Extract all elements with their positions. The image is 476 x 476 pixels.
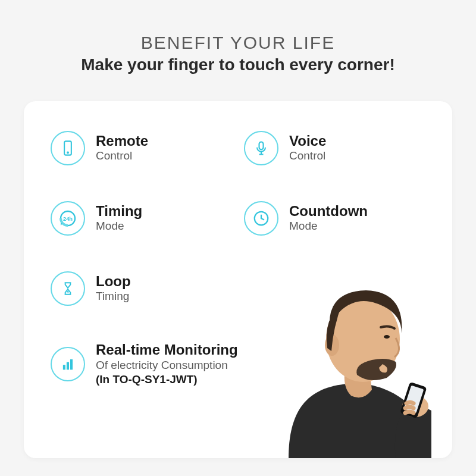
phone-icon [51,131,85,165]
feature-text: Loop Timing [96,273,131,304]
feature-timing: 24h Timing Mode [51,201,232,236]
feature-subtitle: Mode [289,219,368,234]
feature-note: (In TO-Q-SY1-JWT) [96,372,238,387]
features-grid: Remote Control Voice Control 24h Timing … [51,131,425,387]
bar-chart-icon [51,347,85,381]
feature-text: Real-time Monitoring Of electricity Cons… [96,342,238,387]
feature-title: Countdown [289,203,368,220]
feature-text: Remote Control [96,133,148,164]
feature-text: Timing Mode [96,203,142,234]
feature-voice: Voice Control [244,131,425,165]
svg-rect-8 [63,365,65,370]
features-card: Remote Control Voice Control 24h Timing … [24,101,452,458]
feature-loop: Loop Timing [51,271,232,306]
page-title: BENEFIT YOUR LIFE [24,33,452,53]
feature-countdown: Countdown Mode [244,201,425,236]
feature-title: Loop [96,273,131,290]
svg-rect-10 [70,359,73,370]
feature-subtitle: Control [96,149,148,164]
page-subtitle: Make your finger to touch every corner! [24,55,452,74]
feature-title: Timing [96,203,142,220]
feature-subtitle: Control [289,149,326,164]
feature-text: Voice Control [289,133,326,164]
feature-title: Remote [96,133,148,149]
svg-point-1 [67,152,68,154]
feature-monitoring: Real-time Monitoring Of electricity Cons… [51,342,425,387]
svg-rect-2 [259,142,264,150]
feature-title: Real-time Monitoring [96,342,238,358]
svg-rect-17 [403,386,424,414]
svg-point-15 [402,396,428,417]
clock-icon [244,201,278,236]
svg-text:24h: 24h [63,216,73,222]
feature-title: Voice [289,133,326,149]
svg-rect-9 [67,362,69,370]
header: BENEFIT YOUR LIFE Make your finger to to… [0,0,476,89]
feature-text: Countdown Mode [289,203,368,234]
feature-subtitle: Mode [96,219,142,234]
feature-remote: Remote Control [51,131,232,165]
clock-24h-icon: 24h [51,201,85,236]
hourglass-icon [51,271,85,306]
mic-icon [244,131,278,165]
feature-subtitle: Timing [96,289,131,304]
feature-subtitle: Of electricity Consumption [96,358,238,373]
